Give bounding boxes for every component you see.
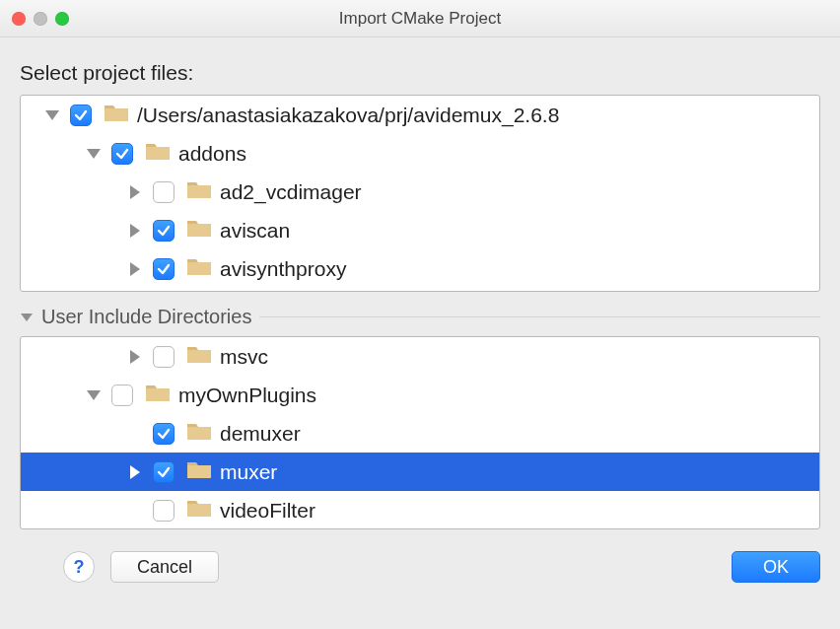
tree-item-label: videoFilter — [220, 499, 315, 523]
svg-rect-5 — [187, 185, 211, 198]
window-controls — [12, 12, 69, 26]
checkbox[interactable] — [111, 384, 133, 406]
tree-row[interactable]: ad2_vcdimager — [21, 173, 819, 211]
zoom-window-button[interactable] — [55, 12, 69, 26]
svg-rect-14 — [146, 388, 170, 401]
disclosure-down-icon[interactable] — [86, 146, 102, 162]
svg-rect-15 — [187, 427, 211, 440]
folder-icon — [186, 218, 220, 243]
checkbox[interactable] — [111, 143, 133, 165]
checkbox[interactable] — [153, 181, 175, 203]
folder-icon — [186, 256, 220, 281]
user-include-directories-header[interactable]: User Include Directories — [20, 306, 820, 328]
checkbox[interactable] — [153, 423, 175, 445]
svg-rect-18 — [187, 504, 211, 517]
checkbox[interactable] — [153, 500, 175, 522]
folder-icon — [186, 498, 220, 523]
tree-item-label: demuxer — [220, 422, 301, 446]
svg-rect-7 — [187, 224, 211, 237]
tree-item-label: addons — [178, 142, 246, 166]
close-window-button[interactable] — [12, 12, 26, 26]
tree-row[interactable]: /Users/anastasiakazakova/prj/avidemux_2.… — [21, 96, 819, 134]
tree-row[interactable]: msvc — [21, 337, 819, 376]
include-directories-tree[interactable]: msvcmyOwnPluginsdemuxermuxervideoFilter — [20, 336, 820, 529]
tree-row[interactable]: myOwnPlugins — [21, 376, 819, 414]
tree-item-label: ad2_vcdimager — [220, 180, 362, 204]
tree-item-label: muxer — [220, 460, 277, 484]
svg-rect-12 — [187, 350, 211, 363]
minimize-window-button[interactable] — [34, 12, 47, 26]
disclosure-right-icon[interactable] — [127, 349, 143, 365]
tree-row[interactable]: avisynthproxy — [21, 249, 819, 288]
svg-rect-3 — [146, 147, 170, 160]
checkbox[interactable] — [70, 105, 92, 126]
disclosure-down-icon[interactable] — [44, 107, 60, 123]
tree-item-label: avisynthproxy — [220, 257, 346, 281]
title-bar: Import CMake Project — [0, 0, 840, 37]
ok-button[interactable]: OK — [732, 551, 820, 583]
svg-marker-0 — [45, 110, 59, 120]
checkbox[interactable] — [153, 220, 175, 242]
tree-item-label: aviscan — [220, 219, 290, 243]
cancel-button[interactable]: Cancel — [110, 551, 219, 583]
disclosure-right-icon[interactable] — [127, 261, 143, 277]
tree-row[interactable]: videoFilter — [21, 491, 819, 529]
folder-icon — [104, 103, 137, 127]
help-button[interactable]: ? — [63, 551, 95, 583]
svg-rect-17 — [187, 465, 211, 478]
tree-item-label: myOwnPlugins — [178, 384, 316, 407]
checkbox[interactable] — [153, 461, 175, 483]
tree-item-label: /Users/anastasiakazakova/prj/avidemux_2.… — [137, 104, 559, 127]
svg-marker-4 — [130, 185, 140, 199]
folder-icon — [145, 383, 178, 407]
folder-icon — [145, 141, 178, 166]
dialog-footer: ? Cancel OK — [0, 543, 840, 596]
tree-row[interactable]: aviscan — [21, 211, 819, 249]
folder-icon — [186, 344, 220, 369]
svg-rect-9 — [187, 262, 211, 275]
tree-row[interactable]: addons — [21, 134, 819, 173]
folder-icon — [186, 459, 220, 484]
disclosure-down-icon[interactable] — [86, 387, 102, 403]
svg-marker-13 — [87, 390, 101, 400]
svg-marker-2 — [87, 149, 101, 159]
disclosure-right-icon[interactable] — [127, 464, 143, 480]
tree-row[interactable]: muxer — [21, 453, 819, 491]
window-title: Import CMake Project — [0, 9, 840, 29]
disclosure-right-icon[interactable] — [127, 184, 143, 200]
svg-marker-10 — [21, 314, 33, 321]
separator — [259, 316, 820, 317]
svg-marker-6 — [130, 224, 140, 238]
select-project-files-label: Select project files: — [20, 61, 820, 85]
folder-icon — [186, 421, 220, 446]
tree-row[interactable]: demuxer — [21, 414, 819, 453]
svg-marker-8 — [130, 262, 140, 276]
folder-icon — [186, 179, 220, 204]
disclosure-right-icon[interactable] — [127, 223, 143, 239]
project-files-tree[interactable]: /Users/anastasiakazakova/prj/avidemux_2.… — [20, 95, 820, 292]
svg-marker-11 — [130, 350, 140, 364]
svg-marker-16 — [130, 465, 140, 479]
user-include-directories-label: User Include Directories — [41, 306, 251, 328]
disclosure-down-icon[interactable] — [20, 311, 34, 324]
checkbox[interactable] — [153, 346, 175, 368]
tree-item-label: msvc — [220, 345, 268, 369]
svg-rect-1 — [105, 108, 128, 121]
checkbox[interactable] — [153, 258, 175, 280]
